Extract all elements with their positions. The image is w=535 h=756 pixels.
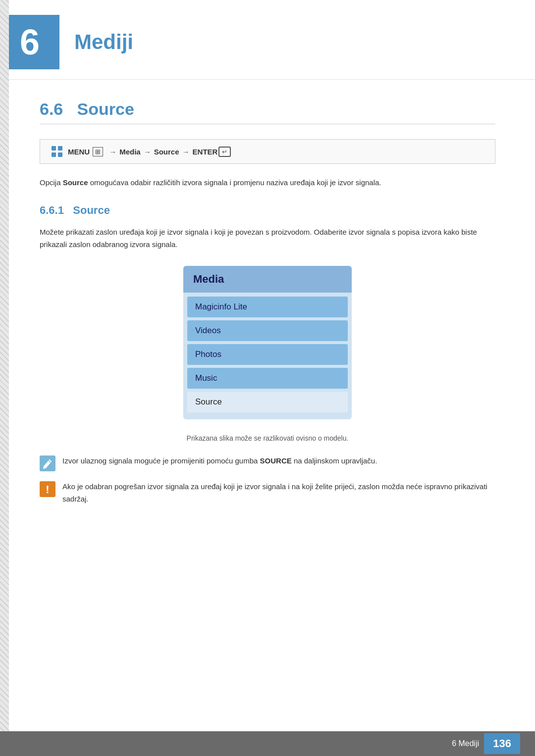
note-2-text: Ako je odabran pogrešan izvor signala za… — [62, 480, 495, 505]
nav-menu-label: MENU — [68, 148, 90, 156]
nav-source: Source — [154, 148, 179, 156]
nav-grid-icon: ⊞ — [93, 147, 103, 156]
menu-icon — [50, 145, 64, 158]
chapter-header: 6 Mediji — [0, 0, 535, 80]
list-item[interactable]: Photos — [187, 344, 348, 365]
pencil-icon — [40, 455, 55, 471]
section-number: 6.6 — [40, 100, 63, 118]
menu-caption: Prikazana slika može se razlikovati ovis… — [40, 434, 495, 442]
nav-enter: ENTER — [193, 148, 218, 156]
note-1: Izvor ulaznog signala moguće je promijen… — [40, 454, 495, 471]
svg-text:!: ! — [46, 483, 49, 496]
enter-icon: ↵ — [218, 147, 231, 157]
left-stripe — [0, 0, 9, 756]
list-item[interactable]: Videos — [187, 320, 348, 341]
subsection-body-text: Možete prikazati zaslon uređaja koji je … — [40, 226, 495, 251]
nav-arrow-3: → — [182, 148, 190, 156]
note-2: ! Ako je odabran pogrešan izvor signala … — [40, 480, 495, 505]
subsection-heading: 6.6.1 Source — [40, 204, 495, 217]
note-1-text: Izvor ulaznog signala moguće je promijen… — [62, 454, 377, 467]
nav-arrow-2: → — [144, 148, 151, 156]
svg-rect-0 — [52, 146, 56, 151]
chapter-number: 6 — [0, 15, 59, 69]
svg-rect-2 — [52, 152, 56, 157]
subsection-number: 6.6.1 — [40, 204, 64, 216]
section-title: Source — [77, 100, 134, 118]
subsection-title: Source — [73, 204, 110, 216]
footer-chapter-label: 6 Mediji — [452, 739, 479, 748]
menu-screenshot: Media Magicinfo Lite Videos Photos Music… — [40, 266, 495, 419]
nav-breadcrumb: MENU ⊞ → Media → Source → ENTER ↵ — [40, 139, 495, 164]
list-item[interactable]: Source — [187, 392, 348, 412]
menu-box: Media Magicinfo Lite Videos Photos Music… — [183, 266, 352, 419]
svg-rect-3 — [58, 152, 62, 157]
warning-icon: ! — [40, 481, 55, 497]
svg-rect-1 — [58, 146, 62, 151]
main-content: 6.6 Source MENU ⊞ → Media → Source → ENT… — [40, 100, 495, 544]
list-item[interactable]: Magicinfo Lite — [187, 297, 348, 317]
intro-text: Opcija Source omogućava odabir različiti… — [40, 176, 495, 189]
chapter-title: Mediji — [74, 30, 133, 54]
list-item[interactable]: Music — [187, 368, 348, 389]
section-heading: 6.6 Source — [40, 100, 495, 124]
menu-header: Media — [183, 266, 352, 293]
nav-arrow-1: → — [109, 148, 116, 156]
page-footer: 6 Mediji 136 — [0, 731, 535, 756]
footer-page-number: 136 — [484, 733, 520, 754]
nav-media: Media — [119, 148, 141, 156]
